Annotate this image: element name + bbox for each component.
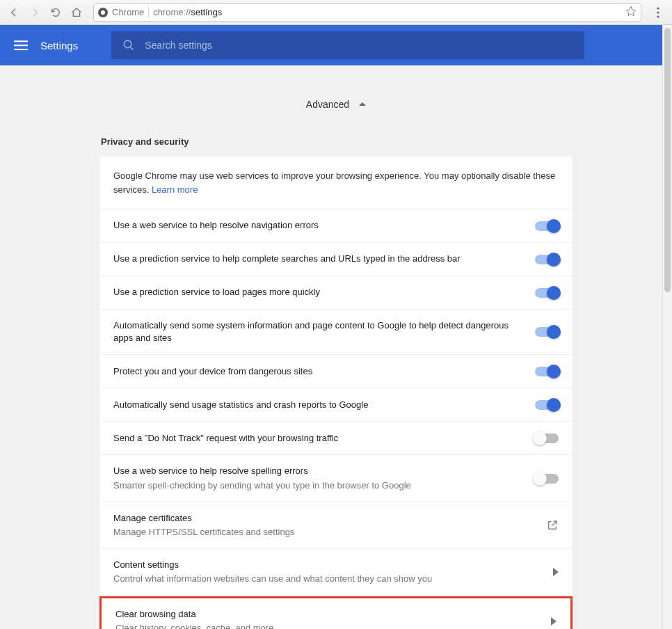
menu-button[interactable] (14, 38, 28, 52)
caret-up-icon (359, 99, 366, 110)
browser-toolbar: Chrome chrome://settings (0, 0, 672, 25)
toggle-switch[interactable] (535, 327, 559, 337)
row-text: Content settingsControl what information… (113, 559, 545, 585)
advanced-label: Advanced (306, 99, 349, 110)
row-title: Use a web service to help resolve spelli… (113, 465, 527, 477)
search-settings-input[interactable] (145, 40, 573, 51)
svg-rect-4 (14, 45, 28, 46)
privacy-card: Google Chrome may use web services to im… (99, 157, 573, 629)
row-title: Protect you and your device from dangero… (113, 365, 527, 378)
row-text: Protect you and your device from dangero… (113, 365, 527, 378)
scrollbar[interactable] (662, 25, 672, 629)
row-title: Content settings (113, 559, 545, 571)
settings-row: Protect you and your device from dangero… (99, 355, 573, 388)
site-info-icon[interactable] (98, 8, 108, 17)
forward-button[interactable] (26, 4, 43, 21)
svg-point-2 (657, 15, 659, 17)
settings-row: Use a web service to help resolve naviga… (99, 209, 573, 243)
browser-menu-button[interactable] (650, 4, 666, 21)
settings-row: Automatically send some system informati… (99, 310, 573, 355)
svg-point-0 (657, 7, 659, 9)
privacy-section: Privacy and security Google Chrome may u… (99, 136, 573, 629)
settings-row: Send a "Do Not Track" request with your … (99, 422, 573, 455)
external-link-icon[interactable] (546, 519, 559, 532)
row-text: Use a prediction service to help complet… (113, 253, 527, 265)
svg-point-1 (657, 11, 659, 13)
address-bar[interactable]: Chrome chrome://settings (93, 3, 641, 22)
svg-rect-3 (14, 40, 28, 42)
url-path: settings (191, 7, 222, 17)
home-button[interactable] (68, 4, 85, 21)
advanced-toggle[interactable]: Advanced (0, 99, 672, 110)
row-subtitle: Manage HTTPS/SSL certificates and settin… (113, 526, 538, 539)
settings-row[interactable]: Manage certificatesManage HTTPS/SSL cert… (99, 502, 573, 549)
chevron-right-icon (551, 617, 557, 626)
settings-header: Settings (0, 25, 672, 65)
svg-rect-5 (14, 49, 28, 50)
page-title: Settings (40, 40, 78, 51)
omnibox-divider (148, 7, 149, 18)
settings-content: Advanced Privacy and security Google Chr… (0, 65, 672, 629)
toggle-switch[interactable] (535, 255, 559, 264)
section-title: Privacy and security (99, 136, 573, 147)
settings-row: Automatically send usage statistics and … (99, 388, 573, 422)
toggle-switch[interactable] (535, 474, 559, 484)
row-title: Clear browsing data (115, 608, 543, 621)
row-text: Use a web service to help resolve spelli… (113, 465, 527, 491)
row-subtitle: Control what information websites can us… (113, 573, 545, 585)
row-title: Send a "Do Not Track" request with your … (113, 432, 527, 445)
chevron-right-icon (553, 568, 559, 576)
search-icon (122, 39, 135, 51)
settings-row[interactable]: Content settingsControl what information… (99, 549, 573, 596)
row-text: Manage certificatesManage HTTPS/SSL cert… (113, 512, 538, 539)
row-title: Manage certificates (113, 512, 538, 525)
row-title: Use a prediction service to load pages m… (113, 286, 527, 298)
row-title: Automatically send usage statistics and … (113, 399, 527, 411)
row-subtitle: Smarter spell-checking by sending what y… (113, 479, 527, 492)
row-text: Send a "Do Not Track" request with your … (113, 432, 527, 445)
row-text: Automatically send some system informati… (113, 319, 527, 344)
settings-row: Use a prediction service to help complet… (99, 243, 573, 276)
privacy-intro: Google Chrome may use web services to im… (99, 157, 573, 209)
row-subtitle: Clear history, cookies, cache, and more (115, 622, 543, 629)
settings-row[interactable]: Clear browsing dataClear history, cookie… (99, 596, 573, 630)
reload-button[interactable] (47, 4, 64, 21)
row-text: Use a web service to help resolve naviga… (113, 219, 527, 232)
row-title: Use a prediction service to help complet… (113, 253, 527, 265)
toggle-switch[interactable] (535, 221, 559, 231)
scrollbar-thumb[interactable] (664, 28, 671, 292)
url-scheme-label: Chrome (112, 7, 144, 17)
search-settings-box[interactable] (111, 31, 584, 59)
row-text: Automatically send usage statistics and … (113, 399, 527, 411)
row-text: Clear browsing dataClear history, cookie… (115, 608, 543, 630)
row-title: Automatically send some system informati… (113, 319, 527, 344)
learn-more-link[interactable]: Learn more (152, 184, 198, 195)
bookmark-star-icon[interactable] (625, 6, 637, 19)
settings-row: Use a prediction service to load pages m… (99, 276, 573, 310)
toggle-switch[interactable] (535, 367, 559, 376)
url-scheme: chrome:// (153, 7, 191, 17)
svg-point-6 (124, 40, 131, 48)
row-text: Use a prediction service to load pages m… (113, 286, 527, 298)
toggle-switch[interactable] (535, 288, 559, 298)
row-title: Use a web service to help resolve naviga… (113, 219, 527, 232)
settings-row: Use a web service to help resolve spelli… (99, 455, 573, 502)
back-button[interactable] (6, 4, 22, 21)
toggle-switch[interactable] (535, 433, 559, 443)
toggle-switch[interactable] (535, 400, 559, 410)
